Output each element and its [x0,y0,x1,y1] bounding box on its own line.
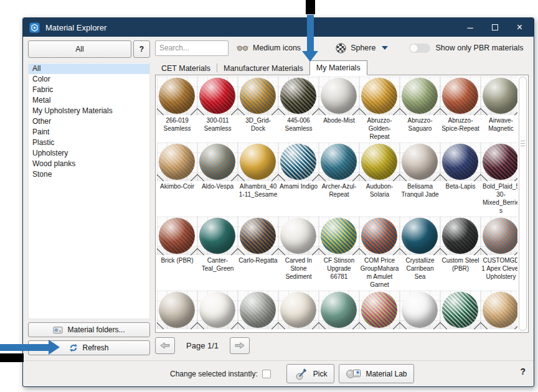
sidebar-item-plastic[interactable]: Plastic [29,138,149,148]
material-item[interactable]: DE - Go [157,291,197,331]
material-item[interactable]: Abruzzo-Golden-Repeat [359,77,400,142]
sidebar-item-wood-planks[interactable]: Wood planks [29,159,149,169]
sidebar-item-stone[interactable]: Stone [29,169,149,180]
material-item[interactable]: Canter-Teal_Green [197,217,238,291]
material-preview-tile [359,142,400,181]
material-label: Akimbo-Coir [157,181,197,192]
material-item[interactable]: Belisama Tranquil Jade [400,142,440,217]
material-item[interactable]: Default Floor [238,291,278,331]
material-sphere [280,78,316,114]
material-item[interactable]: 3D_Grid-Dock [238,77,278,142]
sidebar: All ? AllColorFabricMetalMy Upholstery M… [28,40,150,355]
material-item[interactable]: 266-019 Seamless [157,77,197,142]
chevron-down-icon [307,46,313,50]
material-label: Crystallize Carribean Sea [400,255,440,282]
material-preview-tile [278,77,319,115]
material-label: CF Stinson Upgrade 66781 [319,255,359,282]
pick-button[interactable]: Pick [286,364,335,383]
category-filter-button[interactable]: All [28,40,131,58]
material-folders-button[interactable]: Material folders... [28,322,150,337]
material-item[interactable]: Amami Indigo [278,142,319,217]
close-button[interactable]: × [517,22,522,32]
material-item[interactable]: Abruzzo-Spice-Repeat [440,77,481,142]
icon-size-dropdown[interactable]: Medium icons [234,42,316,54]
material-preview-tile [400,291,440,329]
material-item[interactable]: Brick (PBR) [157,217,197,291]
material-item[interactable]: Abruzzo-Saguaro [400,77,440,142]
material-sphere [199,218,235,254]
material-item[interactable]: Carved In Stone Sediment [278,217,319,291]
material-label: Carved In Stone Sediment [278,255,319,282]
material-sphere [199,292,235,328]
page-indicator: Page 1/1 [186,341,219,350]
material-item[interactable]: Evo_Cv-Breez [319,291,359,331]
footer-bar: Change selected instantly: Pick [23,360,534,386]
sidebar-item-all[interactable]: All [29,63,149,74]
maximize-button[interactable] [492,24,498,30]
material-item[interactable]: Eyes_In_Refle [359,291,400,331]
sidebar-item-other[interactable]: Other [29,116,149,127]
material-item[interactable]: COM Price GroupMaharam Amulet Garnet [359,217,400,291]
material-item[interactable]: Abode-Mist [319,77,359,142]
material-item[interactable]: Designtex [278,291,319,331]
material-item[interactable]: Light Wood [481,291,517,331]
sidebar-item-my-upholstery-materials[interactable]: My Upholstery Materials [29,106,149,116]
search-input[interactable] [155,40,229,56]
material-item[interactable]: Custom Steel (PBR) [440,217,481,291]
material-preview-tile [481,291,517,329]
scrollbar-thumb[interactable] [519,77,527,331]
refresh-button[interactable]: Refresh [28,340,150,355]
material-item[interactable]: 300-011 Seamless [197,77,238,142]
pbr-toggle[interactable] [409,44,430,53]
sidebar-item-color[interactable]: Color [29,74,149,85]
material-item[interactable]: Beta-Lapis [440,142,481,217]
material-folders-label: Material folders... [67,325,125,334]
next-page-button[interactable] [230,337,250,354]
material-item[interactable]: Carlo-Regatta [238,217,278,291]
material-item[interactable]: DE - Milk [197,291,238,331]
material-item[interactable]: FikaCOMMo [400,291,440,331]
preview-shape-dropdown[interactable]: Sphere [333,42,390,55]
tab-my-materials[interactable]: My Materials [309,60,367,75]
minimize-button[interactable]: ─ [467,24,473,32]
material-preview-tile [278,291,319,329]
material-label: 445-006 Seamless [278,115,319,134]
material-item[interactable]: Airwave-Magnetic [481,77,517,142]
pagination: Page 1/1 [155,335,529,355]
material-item[interactable]: Archer-Azul-Repeat [319,142,359,217]
material-sphere [159,218,195,254]
material-item[interactable]: 445-006 Seamless [278,77,319,142]
material-label: Abruzzo-Saguaro [400,115,440,134]
change-selected-checkbox[interactable] [262,370,271,378]
material-preview-tile [157,142,197,181]
sidebar-item-metal[interactable]: Metal [29,95,149,106]
sidebar-help-button[interactable]: ? [133,40,150,58]
sidebar-item-upholstery[interactable]: Upholstery [29,148,149,159]
tab-manufacturer-materials[interactable]: Manufacturer Materials [217,62,309,75]
previous-page-button[interactable] [155,337,175,354]
material-sphere [280,144,316,180]
material-sphere [159,292,195,328]
material-item[interactable]: CF Stinson Upgrade 66781 [319,217,359,291]
material-item[interactable]: Akimbo-Coir [157,142,197,217]
material-item[interactable]: Alhambra_401-11_Sesame [238,142,278,217]
material-label: Carlo-Regatta [238,255,278,266]
tab-cet-materials[interactable]: CET Materials [155,62,217,75]
material-preview-tile [319,77,359,115]
material-item[interactable]: CUSTOMGD1 Apex Clever Upholstery [481,217,517,291]
sidebar-item-fabric[interactable]: Fabric [29,85,149,95]
material-item[interactable]: Audubon-Solaria [359,142,400,217]
material-item[interactable]: Fragments_5 [440,291,481,331]
material-sphere [280,292,316,328]
material-item[interactable]: Bold_Plaid_530-Mixed_Berries [481,142,517,217]
sidebar-item-paint[interactable]: Paint [29,127,149,138]
scrollbar-track[interactable] [519,77,527,331]
arrow-left-icon [160,342,170,349]
material-preview-tile [278,217,319,255]
material-item[interactable]: Aldo-Vespa [197,142,238,217]
material-lab-button[interactable]: Material Lab [339,364,414,383]
material-item[interactable]: Crystallize Carribean Sea [400,217,440,291]
material-label: Amami Indigo [278,181,319,192]
material-label: Belisama Tranquil Jade [400,181,440,200]
footer-help-button[interactable]: ? [520,366,526,376]
